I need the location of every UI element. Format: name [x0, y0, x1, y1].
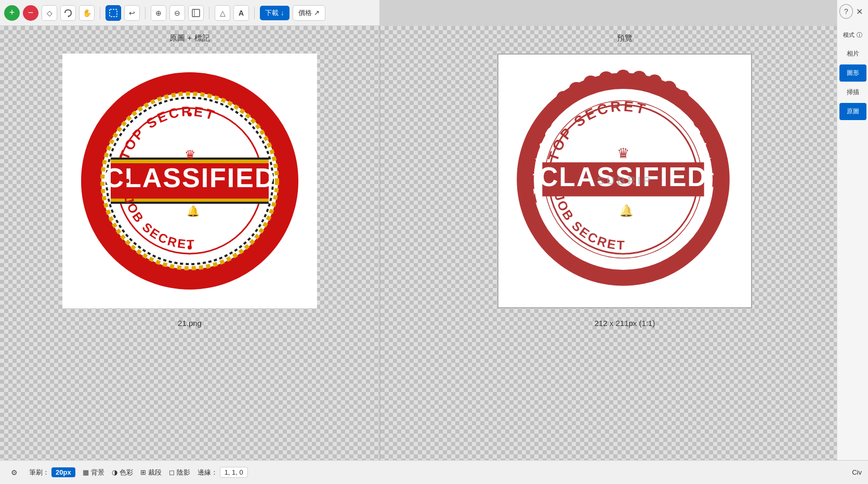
mode-info-icon: ⓘ	[857, 32, 862, 38]
close-icon: ✕	[856, 7, 863, 17]
edge-label: 邊緣：	[198, 468, 218, 477]
toolbar: + − ◇ ✋ ↩ ⊕ ⊖ △ A 下載 ↓ 價格 ↗	[0, 0, 379, 26]
settings-icon: ⚙	[11, 468, 18, 477]
shadow-item[interactable]: ◻ 陰影	[169, 468, 190, 477]
status-bar: ⚙ 筆刷： 20px ▦ 背景 ◑ 色彩 ⊞ 裁段 ◻ 陰影 邊緣： 1, 1,…	[0, 460, 868, 484]
left-panel-title: 原圖 + 標記	[169, 33, 209, 43]
background-item[interactable]: ▦ 背景	[83, 468, 104, 477]
background-label: 背景	[91, 468, 104, 477]
sidebar-erase[interactable]: 掃描	[839, 84, 866, 101]
edge-value-badge[interactable]: 1, 1, 0	[220, 467, 248, 478]
brush-item: 筆刷： 20px	[29, 467, 75, 477]
download-button[interactable]: 下載 ↓	[260, 6, 290, 20]
price-label: 價格	[298, 8, 312, 18]
svg-point-57	[250, 179, 254, 183]
panel-divider	[379, 26, 380, 484]
right-sidebar: ? ✕ 模式 ⓘ 相片 圖形 掃描 原圖	[837, 0, 868, 484]
triangle-button[interactable]: △	[215, 5, 230, 21]
preview-image-box: SUBRIP	[497, 54, 752, 308]
original-label: 原圖	[841, 107, 864, 116]
price-button[interactable]: 價格 ↗	[293, 5, 325, 21]
shape-label: 圖形	[841, 69, 864, 77]
svg-point-58	[188, 112, 192, 116]
left-stamp-svg: TOP SECRET ♛ CLASSIFIED 🔔 JOB SECRET	[81, 72, 299, 290]
left-image-box: TOP SECRET ♛ CLASSIFIED 🔔 JOB SECRET	[62, 54, 317, 308]
right-panel: 預覽 SUBRIP	[380, 26, 868, 484]
shadow-label: 陰影	[177, 468, 190, 477]
brush-label: 筆刷：	[29, 468, 49, 477]
crop-label: 裁段	[148, 468, 162, 477]
separator-4	[254, 7, 255, 19]
svg-point-59	[188, 245, 192, 250]
text-button[interactable]: A	[233, 5, 249, 21]
zoom-in-button[interactable]: ⊕	[151, 5, 166, 21]
svg-text:CLASSIFIED: CLASSIFIED	[104, 163, 275, 193]
shadow-icon: ◻	[169, 468, 175, 476]
right-dimensions: 212 x 211px (1:1)	[595, 319, 655, 328]
settings-button[interactable]: ⚙	[6, 465, 22, 480]
hand-button[interactable]: ✋	[79, 5, 95, 21]
svg-text:♛: ♛	[185, 148, 196, 162]
color-label: 色彩	[120, 468, 133, 477]
photo-label: 相片	[841, 49, 864, 58]
sidebar-mode[interactable]: 模式 ⓘ	[839, 27, 866, 43]
edge-item: 邊緣： 1, 1, 0	[198, 467, 248, 478]
sidebar-shape[interactable]: 圖形	[839, 64, 866, 82]
svg-point-56	[125, 179, 129, 183]
select-button[interactable]	[106, 5, 121, 21]
price-icon: ↗	[314, 9, 320, 17]
download-label: 下載	[265, 8, 279, 18]
left-panel: 原圖 + 標記	[0, 26, 379, 484]
mode-label: 模式 ⓘ	[841, 31, 864, 39]
right-panel-title: 預覽	[617, 33, 633, 43]
add-button[interactable]: +	[4, 5, 20, 21]
help-button[interactable]: ?	[839, 4, 853, 19]
erase-button[interactable]: ◇	[42, 5, 57, 21]
svg-text:🔔: 🔔	[187, 205, 200, 217]
separator-3	[209, 7, 209, 19]
svg-rect-2	[192, 9, 200, 17]
crop-item[interactable]: ⊞ 裁段	[140, 468, 162, 477]
crop-icon: ⊞	[140, 468, 146, 476]
color-item[interactable]: ◑ 色彩	[112, 468, 133, 477]
help-label: ?	[844, 7, 848, 16]
erase-label: 掃描	[841, 88, 864, 97]
lasso-button[interactable]	[60, 5, 76, 21]
svg-line-0	[68, 16, 69, 17]
close-button[interactable]: ✕	[853, 4, 866, 19]
sidebar-photo[interactable]: 相片	[839, 45, 866, 62]
bg-icon: ▦	[83, 468, 89, 476]
bottom-text-item: Civ	[852, 468, 862, 476]
left-filename: 21.png	[178, 319, 202, 328]
separator-1	[100, 7, 100, 19]
download-icon: ↓	[281, 9, 284, 17]
sidebar-original[interactable]: 原圖	[839, 103, 866, 120]
fit-button[interactable]	[188, 5, 204, 21]
remove-button[interactable]: −	[23, 5, 38, 21]
svg-rect-107	[511, 68, 735, 291]
separator-2	[145, 7, 146, 19]
zoom-out-button[interactable]: ⊖	[169, 5, 185, 21]
brush-size-badge[interactable]: 20px	[51, 467, 75, 477]
right-stamp-svg: TOP SECRET ♛ CLASSIFIED 🔔 JOB SECRET	[511, 68, 735, 291]
undo-button[interactable]: ↩	[124, 5, 140, 21]
bottom-text: Civ	[852, 468, 862, 476]
svg-rect-1	[110, 9, 117, 17]
color-icon: ◑	[112, 468, 117, 476]
